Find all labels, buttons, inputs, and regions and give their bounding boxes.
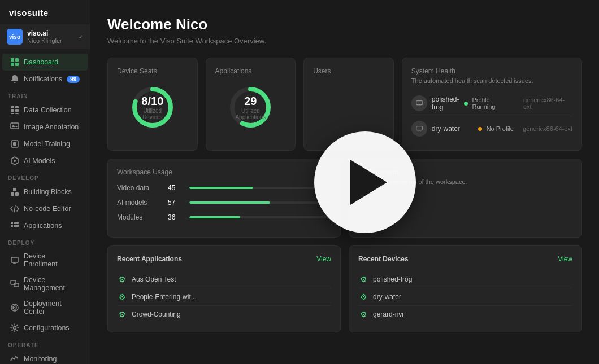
building-blocks-label: Building Blocks xyxy=(24,188,72,196)
recent-devices-title: Recent Devices xyxy=(358,255,409,263)
svg-rect-22 xyxy=(14,225,16,227)
device-enrollment-label: Device Enrollment xyxy=(24,252,80,268)
device-management-label: Device Management xyxy=(24,276,80,292)
usage-count-modules: 36 xyxy=(168,213,184,221)
svg-rect-3 xyxy=(15,63,19,66)
sidebar-item-configurations[interactable]: Configurations xyxy=(2,319,88,336)
configurations-label: Configurations xyxy=(24,324,70,332)
svg-rect-24 xyxy=(11,257,18,262)
recent-applications-card: Recent Applications View ⚙ Aus Open Test… xyxy=(107,245,341,332)
recent-devices-card: Recent Devices View ⚙ polished-frog ⚙ dr… xyxy=(349,245,582,332)
usage-bar-bg-ai xyxy=(189,201,331,204)
sidebar-item-ai-models[interactable]: AI Models xyxy=(2,152,88,169)
sidebar-item-image-annotation[interactable]: Image Annotation xyxy=(2,119,88,135)
system-health-note: The automated health scan detected issue… xyxy=(411,77,572,84)
svg-rect-13 xyxy=(13,142,16,146)
sidebar-item-device-enrollment[interactable]: Device Enrollment xyxy=(2,248,88,272)
sidebar-item-model-training[interactable]: Model Training xyxy=(2,135,88,152)
sidebar-item-building-blocks[interactable]: Building Blocks xyxy=(2,183,88,200)
applications-sub: UtilizedApplications xyxy=(235,108,266,120)
svg-point-11 xyxy=(12,125,14,126)
device-seats-sub: UtilizedDevices xyxy=(141,108,163,120)
recent-applications-header: Recent Applications View xyxy=(117,255,331,263)
svg-rect-1 xyxy=(15,58,19,62)
usage-bar-bg-video xyxy=(189,187,331,189)
status-dot-running xyxy=(464,102,468,106)
ai-models-label: AI Models xyxy=(24,157,55,165)
device-seats-label: 8/10 UtilizedDevices xyxy=(141,95,163,120)
recent-device-icon-3: ⚙ xyxy=(358,310,368,319)
svg-rect-25 xyxy=(11,280,16,284)
recent-app-name-3: Crowd-Counting xyxy=(132,310,181,318)
recent-app-name-2: People-Entering-wit... xyxy=(132,293,197,301)
device-name-polished-frog: polished-frog xyxy=(432,95,459,111)
recent-applications-view[interactable]: View xyxy=(316,255,331,263)
data-collection-label: Data Collection xyxy=(24,106,72,114)
recent-device-item-3[interactable]: ⚙ gerard-nvr xyxy=(358,306,572,323)
recent-device-icon-1: ⚙ xyxy=(358,275,368,284)
device-icon-polished-frog xyxy=(411,95,427,111)
workspace-name: viso.ai xyxy=(27,29,74,37)
sidebar-item-monitoring[interactable]: Monitoring xyxy=(2,350,88,364)
svg-rect-19 xyxy=(14,222,16,224)
svg-rect-20 xyxy=(16,222,19,224)
svg-rect-10 xyxy=(11,123,19,129)
configurations-icon xyxy=(10,323,19,332)
recent-device-name-2: dry-water xyxy=(373,293,401,301)
svg-rect-18 xyxy=(11,222,13,224)
usage-bar-fill-video xyxy=(189,187,253,189)
usage-label-modules: Modules xyxy=(117,213,162,221)
users-card-title: Users xyxy=(313,67,384,75)
system-health-title: System Health xyxy=(411,67,572,75)
applications-card-title: Applications xyxy=(215,67,287,75)
notifications-icon xyxy=(10,74,19,84)
recent-app-name-1: Aus Open Test xyxy=(132,275,176,283)
nav-section-develop: DEVELOP xyxy=(0,169,90,183)
device-seats-donut: 8/10 UtilizedDevices xyxy=(117,82,188,133)
play-button[interactable] xyxy=(314,131,416,233)
recent-app-item-2[interactable]: ⚙ People-Entering-wit... xyxy=(117,288,331,306)
svg-rect-7 xyxy=(15,109,19,112)
svg-rect-21 xyxy=(11,225,13,227)
sidebar-item-notifications[interactable]: Notifications 99 xyxy=(2,71,88,87)
sidebar-item-no-code-editor[interactable]: No-code Editor xyxy=(2,200,88,217)
svg-rect-36 xyxy=(416,101,423,105)
recent-devices-view[interactable]: View xyxy=(558,255,572,263)
recent-device-item-1[interactable]: ⚙ polished-frog xyxy=(358,271,572,288)
recent-device-name-3: gerard-nvr xyxy=(373,310,404,318)
recent-app-item-1[interactable]: ⚙ Aus Open Test xyxy=(117,271,331,288)
sidebar-item-dashboard[interactable]: Dashboard xyxy=(2,54,88,71)
status-label-noprofile: No Profile xyxy=(487,125,514,132)
device-svg-icon-2 xyxy=(415,125,423,133)
svg-rect-26 xyxy=(14,283,19,287)
device-seats-title: Device Seats xyxy=(117,67,188,75)
system-health-card: System Health The automated health scan … xyxy=(402,58,582,151)
svg-rect-6 xyxy=(11,109,14,112)
svg-rect-9 xyxy=(15,113,19,114)
page-title: Welcome Nico xyxy=(107,16,582,33)
recent-device-item-2[interactable]: ⚙ dry-water xyxy=(358,288,572,306)
recent-device-icon-2: ⚙ xyxy=(358,292,368,301)
svg-rect-5 xyxy=(15,106,19,108)
monitoring-label: Monitoring xyxy=(24,355,57,363)
dashboard-icon xyxy=(10,58,19,67)
recent-app-item-3[interactable]: ⚙ Crowd-Counting xyxy=(117,306,331,323)
svg-rect-17 xyxy=(13,188,16,191)
device-icon-dry-water xyxy=(411,121,427,137)
sidebar-item-device-management[interactable]: Device Management xyxy=(2,272,88,296)
no-code-editor-label: No-code Editor xyxy=(24,205,71,213)
svg-rect-4 xyxy=(11,106,14,108)
sidebar-item-deployment-center[interactable]: Deployment Center xyxy=(2,296,88,319)
building-blocks-icon xyxy=(10,187,19,196)
device-enrollment-icon xyxy=(10,256,19,265)
svg-rect-8 xyxy=(11,113,14,114)
workspace-selector[interactable]: viso viso.ai Nico Klingler ✓ xyxy=(0,24,90,49)
sidebar-item-data-collection[interactable]: Data Collection xyxy=(2,102,88,119)
usage-label-video: Video data xyxy=(117,184,162,192)
sidebar-item-applications[interactable]: Applications xyxy=(2,217,88,234)
device-svg-icon xyxy=(415,99,423,107)
deployment-center-label: Deployment Center xyxy=(24,300,80,315)
svg-rect-23 xyxy=(16,225,19,227)
svg-rect-0 xyxy=(11,58,14,62)
status-dot-noprofile xyxy=(478,127,482,131)
